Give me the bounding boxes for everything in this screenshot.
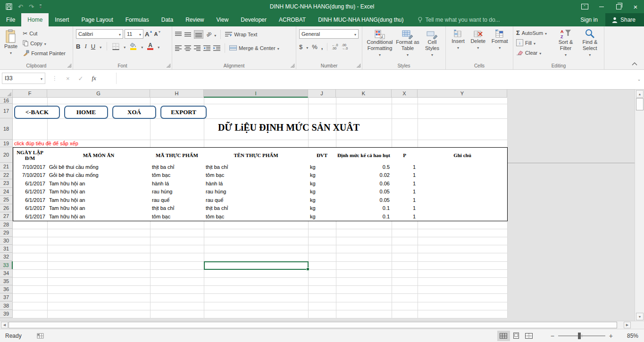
table-cell[interactable]: tôm bạc: [204, 212, 309, 221]
row-header-35[interactable]: 35: [0, 277, 13, 285]
save-icon[interactable]: [6, 3, 12, 10]
insert-cells-button[interactable]: Insert: [450, 29, 466, 59]
accounting-format-icon[interactable]: $: [299, 43, 302, 50]
redo-icon[interactable]: ↷: [29, 3, 34, 10]
cut-button[interactable]: ✂ Cut: [23, 28, 66, 38]
zoom-out-icon[interactable]: −: [547, 332, 558, 340]
tab-insert[interactable]: Insert: [49, 13, 75, 26]
scroll-down-icon[interactable]: ▼: [636, 313, 644, 320]
table-cell[interactable]: Tam hữu hội an: [47, 212, 151, 221]
table-cell[interactable]: hành lá: [150, 179, 204, 188]
table-cell[interactable]: rau húng: [150, 188, 204, 197]
table-cell[interactable]: Tam hữu hội an: [47, 196, 151, 205]
decrease-decimal-icon[interactable]: .00→.0: [342, 43, 348, 50]
row-header-38[interactable]: 38: [0, 302, 13, 310]
scroll-right-icon[interactable]: ▶: [624, 322, 631, 328]
table-cell[interactable]: 6/1/2017: [13, 188, 48, 197]
table-cell[interactable]: Tam hữu hội an: [47, 179, 151, 188]
sign-in-button[interactable]: Sign in: [573, 13, 605, 26]
table-cell[interactable]: kg: [308, 163, 336, 172]
active-cell-selection[interactable]: [204, 261, 309, 270]
row-header-26[interactable]: 26: [0, 204, 13, 213]
table-cell[interactable]: hành lá: [204, 179, 309, 188]
table-cell[interactable]: 7/10/2017: [13, 163, 48, 172]
expand-formula-bar-icon[interactable]: ⌄: [635, 75, 643, 84]
increase-decimal-icon[interactable]: ←.0.00: [332, 43, 338, 50]
column-header-G[interactable]: G: [47, 90, 150, 98]
orientation-icon[interactable]: ab: [205, 31, 213, 38]
table-cell[interactable]: kg: [308, 188, 336, 197]
tab-view[interactable]: View: [210, 13, 235, 26]
row-header-33[interactable]: 33: [0, 261, 13, 269]
collapse-ribbon-icon[interactable]: [632, 62, 637, 66]
table-cell[interactable]: 0.02: [336, 171, 392, 180]
row-header-30[interactable]: 30: [0, 237, 13, 245]
zoom-slider-thumb[interactable]: [578, 333, 581, 339]
zoom-in-icon[interactable]: +: [605, 332, 617, 340]
row-header-37[interactable]: 37: [0, 293, 13, 301]
sheet-button-xo[interactable]: XOÁ: [112, 106, 156, 119]
borders-icon[interactable]: [112, 43, 119, 50]
zoom-slider[interactable]: [558, 335, 605, 336]
decrease-indent-icon[interactable]: [203, 45, 210, 51]
vertical-scroll-thumb[interactable]: [636, 98, 644, 110]
table-cell[interactable]: [418, 212, 508, 221]
percent-style-icon[interactable]: %: [312, 43, 318, 50]
scroll-up-icon[interactable]: ▲: [636, 90, 644, 98]
table-cell[interactable]: [418, 188, 508, 197]
select-all-corner[interactable]: [0, 90, 13, 98]
page-layout-view-icon[interactable]: [510, 331, 523, 341]
table-cell[interactable]: 1: [392, 179, 418, 188]
copy-button[interactable]: Copy: [23, 38, 66, 48]
table-cell[interactable]: rau quế: [204, 196, 309, 205]
table-cell[interactable]: 0.1: [336, 204, 392, 213]
column-header-J[interactable]: J: [308, 90, 336, 98]
row-header-28[interactable]: 28: [0, 221, 13, 229]
share-button[interactable]: Share: [605, 13, 644, 26]
tab-developer[interactable]: Developer: [234, 13, 273, 26]
find-select-button[interactable]: Find & Select: [578, 28, 602, 59]
page-break-view-icon[interactable]: [523, 331, 535, 341]
font-color-icon[interactable]: A: [147, 43, 153, 50]
row-header-23[interactable]: 23: [0, 179, 13, 188]
table-cell[interactable]: thịt ba chỉ: [204, 163, 309, 172]
table-cell[interactable]: thịt ba chỉ: [150, 163, 204, 172]
cancel-entry-icon[interactable]: ×: [66, 75, 70, 82]
table-cell[interactable]: 0.05: [336, 196, 392, 205]
conditional-formatting-button[interactable]: ≠ Conditional Formatting: [365, 29, 394, 59]
ribbon-display-options-button[interactable]: ⌃: [576, 0, 593, 13]
column-header-H[interactable]: H: [150, 90, 204, 98]
restore-button[interactable]: [610, 0, 627, 13]
table-cell[interactable]: Gỏi bê thui cầu mống: [47, 171, 151, 180]
fill-handle[interactable]: [306, 267, 309, 271]
bottom-align-icon[interactable]: [194, 30, 203, 39]
table-cell[interactable]: thịt ba chỉ: [150, 204, 204, 213]
scroll-left-icon[interactable]: ◀: [1, 322, 8, 328]
table-cell[interactable]: 0.5: [336, 163, 392, 172]
table-cell[interactable]: Gỏi bê thui cầu mống: [47, 163, 151, 172]
undo-icon[interactable]: ↶: [18, 3, 23, 10]
vertical-scrollbar[interactable]: ▲ ▼: [635, 90, 644, 321]
middle-align-icon[interactable]: [184, 32, 191, 37]
tab-file[interactable]: File: [0, 13, 21, 26]
row-header-22[interactable]: 22: [0, 171, 13, 180]
font-name-select[interactable]: Calibri: [76, 29, 123, 39]
sort-filter-button[interactable]: A Z Sort & Filter: [553, 28, 577, 59]
delete-cells-button[interactable]: Delete: [469, 29, 487, 59]
align-center-icon[interactable]: [184, 45, 191, 51]
increase-indent-icon[interactable]: [213, 45, 220, 51]
tab-data[interactable]: Data: [155, 13, 179, 26]
tell-me-box[interactable]: Tell me what you want to do...: [418, 13, 500, 26]
name-box[interactable]: I33: [2, 73, 45, 84]
insert-function-icon[interactable]: fx: [92, 75, 96, 82]
enter-entry-icon[interactable]: ✓: [78, 75, 84, 82]
tab-acrobat[interactable]: ACROBAT: [273, 13, 312, 26]
macro-record-icon[interactable]: [37, 333, 44, 339]
sheet-button-home[interactable]: HOME: [64, 106, 108, 119]
table-cell[interactable]: 0.1: [336, 212, 392, 221]
table-cell[interactable]: 1: [392, 204, 418, 213]
font-dialog-launcher[interactable]: [167, 64, 170, 67]
table-cell[interactable]: tôm bạc: [150, 212, 204, 221]
align-left-icon[interactable]: [175, 45, 182, 51]
top-align-icon[interactable]: [175, 32, 182, 37]
